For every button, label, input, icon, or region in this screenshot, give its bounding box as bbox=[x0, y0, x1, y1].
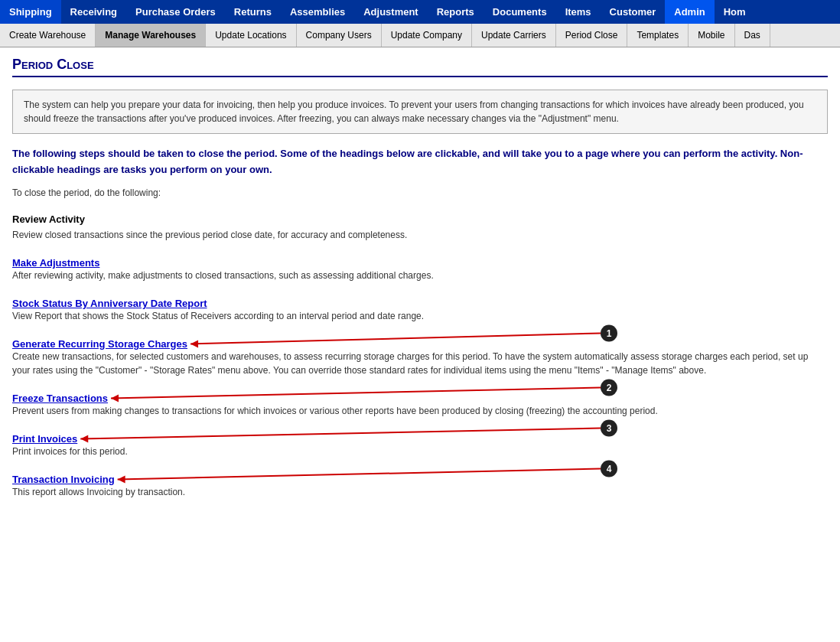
top-nav-item-hom[interactable]: Hom bbox=[715, 0, 755, 24]
top-nav-item-customer[interactable]: Customer bbox=[601, 0, 666, 24]
content-wrapper: Review ActivityReview closed transaction… bbox=[12, 213, 828, 499]
sub-nav-item-das[interactable]: Das bbox=[735, 24, 770, 47]
section-heading-freeze-transactions[interactable]: Freeze Transactions bbox=[12, 393, 108, 404]
sub-nav-item-manage-warehouses[interactable]: Manage Warehouses bbox=[96, 24, 206, 47]
section-generate-recurring: Generate Recurring Storage ChargesCreate… bbox=[12, 338, 828, 377]
section-freeze-transactions: Freeze TransactionsPrevent users from ma… bbox=[12, 393, 828, 418]
top-nav-item-shipping[interactable]: Shipping bbox=[0, 0, 61, 24]
sub-nav-item-templates[interactable]: Templates bbox=[627, 24, 689, 47]
section-desc-freeze-transactions: Prevent users from making changes to tra… bbox=[12, 404, 828, 418]
sub-nav-item-update-locations[interactable]: Update Locations bbox=[206, 24, 296, 47]
section-heading-print-invoices[interactable]: Print Invoices bbox=[12, 433, 77, 445]
top-nav-item-reports[interactable]: Reports bbox=[428, 0, 483, 24]
sub-nav-item-mobile[interactable]: Mobile bbox=[689, 24, 734, 47]
page-content: Period Close The system can help you pre… bbox=[0, 47, 840, 523]
sub-nav-item-update-carriers[interactable]: Update Carriers bbox=[472, 24, 556, 47]
top-nav-item-returns[interactable]: Returns bbox=[225, 0, 281, 24]
sub-nav-item-update-company[interactable]: Update Company bbox=[382, 24, 472, 47]
section-transaction-invoicing: Transaction InvoicingThis report allows … bbox=[12, 474, 828, 499]
top-nav-item-purchase-orders[interactable]: Purchase Orders bbox=[126, 0, 225, 24]
top-nav-item-documents[interactable]: Documents bbox=[483, 0, 556, 24]
section-desc-transaction-invoicing: This report allows Invoicing by transact… bbox=[12, 485, 828, 499]
top-nav-item-items[interactable]: Items bbox=[556, 0, 601, 24]
section-heading-make-adjustments[interactable]: Make Adjustments bbox=[12, 257, 99, 269]
section-make-adjustments: Make AdjustmentsAfter reviewing activity… bbox=[12, 257, 828, 282]
intro-bold: The following steps should be taken to c… bbox=[12, 146, 828, 178]
section-print-invoices: Print InvoicesPrint invoices for this pe… bbox=[12, 433, 828, 458]
section-desc-review-activity: Review closed transactions since the pre… bbox=[12, 228, 828, 242]
top-nav: ShippingReceivingPurchase OrdersReturnsA… bbox=[0, 0, 840, 47]
top-nav-item-admin[interactable]: Admin bbox=[665, 0, 714, 24]
top-nav-item-receiving[interactable]: Receiving bbox=[61, 0, 126, 24]
section-review-activity: Review ActivityReview closed transaction… bbox=[12, 213, 828, 242]
top-nav-bar: ShippingReceivingPurchase OrdersReturnsA… bbox=[0, 0, 840, 24]
section-stock-status: Stock Status By Anniversary Date ReportV… bbox=[12, 298, 828, 323]
info-box: The system can help you prepare your dat… bbox=[12, 90, 828, 134]
section-desc-generate-recurring: Create new transactions, for selected cu… bbox=[12, 350, 828, 377]
section-desc-print-invoices: Print invoices for this period. bbox=[12, 445, 828, 458]
top-nav-item-assemblies[interactable]: Assemblies bbox=[281, 0, 354, 24]
sub-nav-item-create-warehouse[interactable]: Create Warehouse bbox=[0, 24, 96, 47]
top-nav-item-adjustment[interactable]: Adjustment bbox=[354, 0, 428, 24]
sub-nav-item-company-users[interactable]: Company Users bbox=[297, 24, 382, 47]
sub-nav-bar: Create WarehouseManage WarehousesUpdate … bbox=[0, 24, 840, 47]
section-heading-review-activity: Review Activity bbox=[12, 213, 828, 225]
section-heading-generate-recurring[interactable]: Generate Recurring Storage Charges bbox=[12, 338, 187, 350]
section-desc-stock-status: View Report that shows the Stock Status … bbox=[12, 309, 828, 323]
section-desc-make-adjustments: After reviewing activity, make adjustmen… bbox=[12, 269, 828, 282]
sub-nav-item-period-close[interactable]: Period Close bbox=[556, 24, 628, 47]
section-heading-transaction-invoicing[interactable]: Transaction Invoicing bbox=[12, 474, 115, 485]
sub-intro: To close the period, do the following: bbox=[12, 187, 828, 198]
section-heading-stock-status[interactable]: Stock Status By Anniversary Date Report bbox=[12, 298, 207, 309]
sections-container: Review ActivityReview closed transaction… bbox=[12, 213, 828, 499]
page-title: Period Close bbox=[12, 57, 828, 77]
